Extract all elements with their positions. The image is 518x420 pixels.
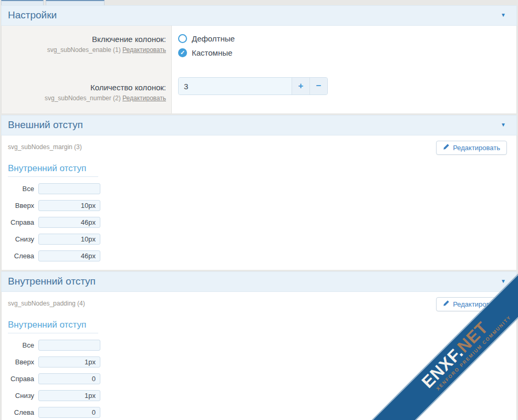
top-tab-strip — [0, 0, 518, 5]
padding-subheading: Внутренний отступ — [8, 320, 98, 333]
field-row-column-number: Количество колонок: svg_subNodes_number … — [2, 77, 516, 102]
padding-row-left: Слева — [8, 407, 510, 418]
margin-edit-button[interactable]: Редактировать — [436, 141, 507, 155]
padding-edit-button[interactable]: Редактировать — [436, 297, 507, 311]
pencil-icon — [443, 143, 450, 152]
number-stepper: + − — [178, 77, 328, 95]
margin-row-all: Все — [8, 183, 510, 194]
section-margin-body: svg_subNodes_margin (3) Редактировать Вн… — [1, 135, 517, 270]
radio-checked-icon[interactable]: ✓ — [178, 48, 187, 57]
column-number-label: Количество колонок: — [2, 82, 166, 93]
section-padding: Внутренний отступ ▼ svg_subNodes_padding… — [1, 271, 517, 420]
margin-row-top: Вверх — [8, 200, 510, 211]
margin-row-right: Справа — [8, 217, 510, 228]
padding-row-all: Все — [8, 340, 510, 351]
section-settings-body: Включение колонок: svg_subNodes_enable (… — [1, 26, 517, 113]
padding-right-input[interactable] — [38, 373, 100, 384]
increment-button[interactable]: + — [292, 78, 309, 94]
column-number-edit-link[interactable]: Редактировать — [122, 94, 166, 102]
column-enable-label: Включение колонок: — [2, 34, 166, 45]
column-enable-edit-link[interactable]: Редактировать — [122, 46, 166, 54]
padding-left-input[interactable] — [38, 407, 100, 418]
column-number-input[interactable] — [179, 78, 292, 94]
collapse-icon[interactable]: ▼ — [501, 122, 506, 128]
margin-subheading: Внутренний отступ — [8, 163, 98, 177]
collapse-icon[interactable]: ▼ — [501, 12, 506, 18]
section-padding-body: svg_subNodes_padding (4) Редактировать В… — [1, 292, 517, 420]
margin-bottom-input[interactable] — [38, 234, 100, 245]
section-margin: Внешний отступ ▼ svg_subNodes_margin (3)… — [1, 115, 517, 270]
column-number-hint: svg_subNodes_number (2) Редактировать — [2, 94, 166, 102]
margin-right-input[interactable] — [38, 217, 100, 228]
decrement-button[interactable]: − — [309, 78, 327, 94]
tab-stub-1[interactable] — [1, 0, 44, 5]
column-enable-hint: svg_subNodes_enable (1) Редактировать — [2, 46, 166, 54]
margin-top-input[interactable] — [38, 200, 100, 211]
collapse-icon[interactable]: ▼ — [501, 278, 506, 284]
section-padding-title: Внутренний отступ — [8, 276, 96, 287]
margin-hint: svg_subNodes_margin (3) — [8, 143, 510, 151]
padding-row-bottom: Снизу — [8, 390, 510, 401]
section-settings-header: Настройки ▼ — [1, 5, 517, 26]
margin-row-bottom: Снизу — [8, 234, 510, 245]
radio-unchecked-icon[interactable] — [178, 34, 187, 43]
section-margin-header: Внешний отступ ▼ — [1, 115, 517, 135]
tab-stub-2[interactable] — [46, 0, 105, 5]
padding-hint: svg_subNodes_padding (4) — [8, 300, 510, 307]
section-padding-header: Внутренний отступ ▼ — [1, 271, 517, 292]
pencil-icon — [443, 300, 450, 308]
margin-row-left: Слева — [8, 250, 510, 261]
field-row-column-enable: Включение колонок: svg_subNodes_enable (… — [2, 34, 516, 62]
padding-top-input[interactable] — [38, 356, 100, 368]
padding-all-input[interactable] — [38, 340, 100, 351]
margin-left-input[interactable] — [38, 250, 100, 261]
radio-option-default[interactable]: Дефолтные — [178, 34, 516, 43]
section-settings-title: Настройки — [8, 9, 57, 20]
section-settings: Настройки ▼ Включение колонок: svg_subNo… — [1, 5, 517, 113]
padding-row-top: Вверх — [8, 356, 510, 368]
section-margin-title: Внешний отступ — [8, 119, 83, 130]
padding-row-right: Справа — [8, 373, 510, 384]
radio-option-custom[interactable]: ✓ Кастомные — [178, 48, 516, 57]
margin-all-input[interactable] — [38, 183, 100, 194]
settings-panel: Настройки ▼ Включение колонок: svg_subNo… — [1, 5, 517, 420]
padding-bottom-input[interactable] — [38, 390, 100, 401]
